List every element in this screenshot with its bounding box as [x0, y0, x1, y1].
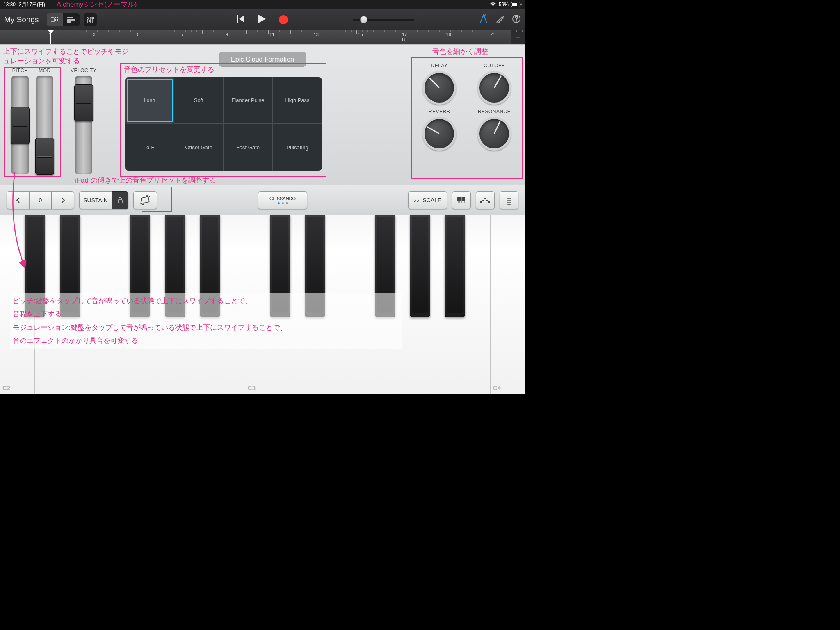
preset-name-button[interactable]: Epic Cloud Formation [219, 52, 306, 67]
black-key[interactable] [60, 215, 80, 317]
velocity-slider[interactable] [75, 76, 92, 174]
pitch-slider[interactable] [11, 76, 29, 174]
my-songs-button[interactable]: My Songs [4, 15, 39, 24]
top-toolbar: My Songs [0, 9, 525, 30]
status-time: 13:30 [3, 2, 16, 7]
resonance-label: RESONANCE [478, 109, 511, 114]
svg-rect-34 [462, 197, 463, 201]
svg-rect-32 [458, 197, 459, 201]
svg-rect-8 [67, 17, 73, 18]
master-volume[interactable] [353, 19, 414, 21]
octave-value: 0 [29, 191, 52, 209]
svg-rect-9 [67, 19, 75, 21]
svg-rect-36 [480, 201, 482, 203]
sustain-button[interactable]: SUSTAIN [79, 191, 112, 209]
glissando-label: GLISSANDO [269, 196, 296, 201]
tilt-button[interactable] [133, 191, 157, 209]
black-key[interactable] [165, 215, 185, 317]
svg-rect-39 [486, 200, 488, 201]
black-key[interactable] [25, 215, 45, 317]
view-segmented[interactable] [47, 13, 80, 26]
scale-label: SCALE [423, 197, 442, 203]
notes-icon: ♪♪ [414, 197, 420, 203]
delay-knob[interactable] [422, 71, 456, 105]
svg-rect-24 [118, 200, 122, 203]
black-key[interactable] [445, 215, 465, 317]
svg-rect-3 [51, 18, 54, 22]
svg-rect-37 [482, 200, 484, 201]
black-key[interactable] [375, 215, 395, 317]
cutoff-knob[interactable] [477, 71, 511, 105]
arpeggiator-button[interactable] [476, 191, 495, 209]
svg-rect-38 [484, 198, 486, 199]
glissando-button[interactable]: GLISSANDO [258, 191, 307, 209]
add-section-button[interactable]: + [511, 30, 525, 44]
piano-keyboard[interactable]: C2C3C4 ピッチ:鍵盤をタップして音が鳴っている状態で上下にスワイプすること… [0, 215, 525, 394]
black-key[interactable] [130, 215, 150, 317]
cutoff-label: CUTOFF [484, 63, 504, 68]
svg-point-15 [89, 20, 91, 22]
playhead[interactable] [48, 30, 54, 44]
go-to-start-button[interactable] [237, 15, 245, 24]
svg-rect-5 [57, 17, 58, 18]
preset-pulsating[interactable]: Pulsating [273, 124, 322, 171]
reverb-label: REVERB [429, 109, 450, 114]
scale-button[interactable]: ♪♪ SCALE [408, 191, 447, 209]
black-key[interactable] [410, 215, 430, 317]
preset-high-pass[interactable]: High Pass [273, 77, 322, 124]
preset-fast-gate[interactable]: Fast Gate [224, 124, 273, 171]
view-browser-icon[interactable] [47, 13, 63, 26]
status-bar: 13:30 3月17日(日) 59% [0, 0, 525, 9]
octave-group: 0 [7, 191, 74, 209]
keyboard-toolbar: 0 SUSTAIN GLISSANDO ♪♪ SCALE [0, 185, 525, 215]
sustain-lock-button[interactable] [112, 191, 128, 209]
battery-icon [511, 2, 522, 7]
svg-rect-33 [459, 197, 461, 201]
preset-soft[interactable]: Soft [174, 77, 224, 124]
black-key[interactable] [200, 215, 220, 317]
sustain-group: SUSTAIN [79, 191, 128, 209]
mod-slider[interactable] [36, 76, 53, 174]
resonance-knob[interactable] [477, 117, 511, 151]
timeline-ruler[interactable]: 1357911131517B1921 + [0, 30, 525, 44]
preset-lush[interactable]: Lush [125, 77, 174, 124]
svg-point-14 [87, 18, 89, 19]
svg-rect-4 [55, 17, 56, 18]
keyboard-layout-button[interactable] [452, 191, 471, 209]
synth-panel: 上下にスワイプすることでピッチやモジュレーションを可変する PITCH MOD … [0, 44, 525, 185]
preset-flanger-pulse[interactable]: Flanger Pulse [224, 77, 273, 124]
view-tracks-icon[interactable] [63, 13, 80, 26]
svg-rect-6 [55, 19, 56, 21]
svg-rect-40 [488, 201, 490, 203]
svg-rect-7 [57, 19, 58, 21]
status-battery-pct: 59% [499, 2, 509, 7]
reverb-knob[interactable] [422, 117, 456, 151]
record-button[interactable] [279, 15, 288, 24]
black-key[interactable] [305, 215, 325, 317]
wifi-icon [490, 2, 496, 7]
key-width-button[interactable] [500, 191, 518, 209]
status-date: 3月17日(日) [19, 1, 45, 8]
settings-button[interactable] [495, 14, 504, 25]
help-button[interactable] [512, 14, 521, 25]
track-controls-button[interactable] [84, 13, 97, 26]
svg-point-16 [92, 17, 94, 19]
octave-up-button[interactable] [52, 191, 74, 209]
play-button[interactable] [258, 15, 266, 25]
black-key[interactable] [270, 215, 290, 317]
glissando-dots [278, 202, 288, 204]
octave-down-button[interactable] [7, 191, 29, 209]
svg-rect-10 [67, 21, 71, 23]
pitch-label: PITCH [12, 68, 28, 73]
svg-rect-2 [521, 4, 522, 6]
preset-offset-gate[interactable]: Offset Gate [174, 124, 224, 171]
annotation-tilt: iPad の傾きで上の音色プリセットを調整する [75, 176, 216, 185]
preset-grid: LushSoftFlanger PulseHigh PassLo-FiOffse… [125, 77, 322, 171]
metronome-button[interactable] [479, 14, 488, 25]
preset-lo-fi[interactable]: Lo-Fi [125, 124, 174, 171]
svg-marker-19 [258, 15, 266, 23]
annotation-knobs: 音色を細かく調整 [432, 47, 488, 57]
velocity-label: VELOCITY [71, 68, 96, 73]
mod-label: MOD [39, 68, 51, 73]
svg-point-23 [516, 21, 517, 21]
